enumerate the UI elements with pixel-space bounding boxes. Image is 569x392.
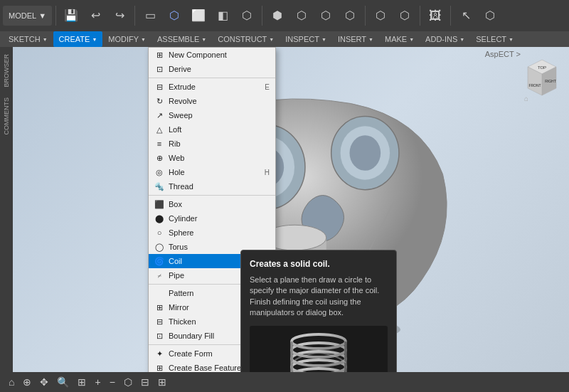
joint-btn[interactable]: ⬡ [393,3,416,28]
view-icon-1: ▭ [145,10,156,21]
display-settings-icon[interactable]: ⊟ [138,375,152,389]
save-icon: 💾 [64,10,78,21]
view-icon-4: ◧ [218,10,228,21]
tooltip-popup: Creates a solid coil. Select a plane the… [240,250,397,372]
menu-item-derive[interactable]: ⊡ Derive [149,62,275,76]
menu-item-sweep[interactable]: ↗ Sweep [149,108,275,122]
new-component-icon: ⊞ [154,50,164,60]
sheet-btn[interactable]: ⬡ [339,3,361,28]
mirror-icon: ⊞ [154,302,164,312]
assemble-icon: ⬡ [376,10,385,21]
view-icon-5: ⬡ [242,10,252,21]
separator-1 [149,78,275,78]
menu-sketch-label: SKETCH [9,35,41,43]
sheet-icon: ⬡ [345,10,355,21]
render-icon: 🖼 [429,9,442,22]
toolbar-separator [55,6,56,26]
box-label: Box [169,200,182,208]
menu-modify[interactable]: MODIFY ▼ [102,31,151,47]
home-icon[interactable]: ⌂ [6,375,17,389]
create-arrow: ▼ [92,37,97,42]
menu-item-web[interactable]: ⊕ Web [149,151,275,165]
menu-assemble-label: ASSEMBLE [157,35,199,43]
menu-make[interactable]: MAKE ▼ [379,31,420,47]
cylinder-icon: ⬤ [154,213,164,223]
save-button[interactable]: 💾 [60,3,83,28]
surface-btn[interactable]: ⬡ [290,3,313,28]
view-btn-4[interactable]: ◧ [211,3,234,28]
mirror-label: Mirror [169,303,189,312]
viewport[interactable]: AspECT > TOP RIGHT FRONT ⌂ [13,47,569,372]
web-label: Web [169,154,184,162]
menu-item-new-component[interactable]: ⊞ New Component [149,48,275,62]
menu-item-sphere[interactable]: ○ Sphere [149,226,275,240]
view-btn-2[interactable]: ⬡ [163,3,186,28]
coil-label: Coil [169,257,182,265]
model-button[interactable]: MODEL ▼ [3,6,52,26]
menu-item-extrude[interactable]: ⊟ Extrude E [149,80,275,94]
extrude-label: Extrude [169,83,196,91]
menu-sketch[interactable]: SKETCH ▼ [3,31,53,47]
menu-item-hole[interactable]: ◎ Hole H [149,165,275,179]
loft-icon: △ [154,125,164,134]
redo-button[interactable]: ↪ [108,3,131,28]
undo-button[interactable]: ↩ [84,3,107,28]
model-label: MODEL [9,11,36,20]
zoom-in-icon[interactable]: + [92,375,103,389]
hole-shortcut: H [265,169,270,176]
menu-construct[interactable]: CONSTRUCT ▼ [212,31,280,47]
browser-tab[interactable]: BROWSER [1,50,11,92]
view-btn-5[interactable]: ⬡ [235,3,258,28]
view-icon-3: ⬜ [191,10,206,21]
view-btn-1[interactable]: ▭ [139,3,161,28]
render-btn[interactable]: 🖼 [424,3,447,28]
menu-assemble[interactable]: ASSEMBLE ▼ [151,31,212,47]
menu-inspect[interactable]: INSPECT ▼ [280,31,332,47]
derive-label: Derive [169,65,191,73]
sketch-arrow: ▼ [43,37,48,42]
menu-select-label: SELECT [476,35,506,43]
svg-point-6 [349,135,381,171]
bottom-bar: ⌂ ⊕ ✥ 🔍 ⊞ + − ⬡ ⊟ ⊞ [0,372,569,392]
revolve-label: Revolve [169,97,197,105]
construct-arrow: ▼ [269,37,274,42]
menu-item-revolve[interactable]: ↻ Revolve [149,94,275,108]
menu-create-label: CREATE [59,35,90,43]
solid-btn[interactable]: ⬡ [314,3,337,28]
grid-icon[interactable]: ⊞ [155,375,169,389]
menu-item-box[interactable]: ⬛ Box [149,197,275,211]
menu-item-loft[interactable]: △ Loft [149,122,275,137]
orbit-icon[interactable]: ⊕ [20,375,34,389]
create-base-feature-label: Create Base Feature [169,364,241,372]
pan-icon[interactable]: ✥ [37,375,51,389]
menu-item-cylinder[interactable]: ⬤ Cylinder [149,211,275,226]
rib-icon: ≡ [154,139,164,149]
comments-tab[interactable]: COMMENTS [1,93,11,139]
zoom-out-icon[interactable]: − [107,375,118,389]
view-cube-icon[interactable]: ⬡ [121,375,135,389]
zoom-icon[interactable]: 🔍 [54,375,72,389]
undo-icon: ↩ [91,10,100,21]
menu-modify-label: MODIFY [108,35,139,43]
assemble-btn[interactable]: ⬡ [369,3,392,28]
menu-item-rib[interactable]: ≡ Rib [149,137,275,151]
menubar: SKETCH ▼ CREATE ▼ MODIFY ▼ ASSEMBLE ▼ CO… [0,31,569,47]
menu-create[interactable]: CREATE ▼ [53,31,103,47]
select-btn[interactable]: ↖ [454,3,477,28]
menu-addins[interactable]: ADD-INS ▼ [420,31,470,47]
zoom-fit-icon[interactable]: ⊞ [75,375,89,389]
derive-icon: ⊡ [154,64,164,74]
menu-item-thread[interactable]: 🔩 Thread [149,179,275,194]
menu-select[interactable]: SELECT ▼ [470,31,519,47]
menu-make-label: MAKE [385,35,407,43]
menu-insert[interactable]: INSERT ▼ [332,31,379,47]
web-icon: ⊕ [154,153,164,163]
press-pull-btn[interactable]: ⬡ [479,3,501,28]
mesh-btn[interactable]: ⬢ [266,3,289,28]
cylinder-label: Cylinder [169,214,197,223]
view-btn-3[interactable]: ⬜ [187,3,210,28]
menu-insert-label: INSERT [338,35,366,43]
nav-cube[interactable]: TOP RIGHT FRONT ⌂ [521,53,563,95]
coil-icon: 🌀 [154,256,164,266]
hole-icon: ◎ [154,167,164,177]
